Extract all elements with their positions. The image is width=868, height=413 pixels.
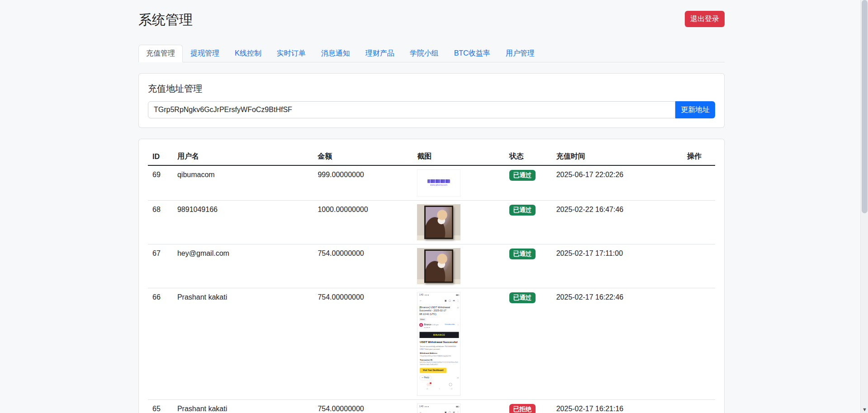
email-toolbar: ← ▣▢✉⋮	[417, 297, 460, 304]
cell-status: 已拒绝	[505, 400, 552, 413]
tab-recharge[interactable]: 充值管理	[138, 45, 183, 62]
binance-email-screenshot: 1:43 ← ▣▢✉⋮ [Binance] USDT Withdrawal Su…	[417, 292, 460, 396]
tab-wealth-products[interactable]: 理财产品	[358, 45, 402, 62]
logout-button[interactable]: 退出登录	[685, 11, 725, 27]
battery-icon	[456, 294, 459, 296]
column-header: 金额	[313, 148, 413, 165]
archive-icon: ▣	[445, 410, 447, 413]
cell-deposit-time: 2025-02-17 16:21:16	[552, 400, 683, 413]
cell-screenshot	[413, 201, 505, 244]
chat-tab-icon	[449, 383, 452, 386]
cell-id: 69	[148, 165, 173, 201]
more-icon: ⋮	[457, 323, 460, 326]
cell-amount: 754.00000000	[313, 288, 413, 400]
cell-id: 68	[148, 201, 173, 244]
binance-email-screenshot: 1:43 ← ▣▢✉⋮ [Binance] USDT Withdrawal Su…	[417, 404, 460, 413]
unsubscribe-link: Unsubscribe	[445, 323, 455, 326]
cell-id: 65	[148, 400, 173, 413]
tab-live-orders[interactable]: 实时订单	[269, 45, 313, 62]
screenshot-thumbnail-binance-email[interactable]: 1:43 ← ▣▢✉⋮ [Binance] USDT Withdrawal Su…	[417, 404, 460, 413]
phone-status-bar: 1:43	[417, 404, 460, 408]
more-icon: ⋮	[457, 299, 459, 302]
cell-status: 已通过	[505, 244, 552, 288]
scrollbar-thumb[interactable]	[862, 0, 868, 213]
tab-withdraw[interactable]: 提现管理	[183, 45, 227, 62]
status-badge: 已拒绝	[509, 404, 536, 413]
update-address-button[interactable]: 更新地址	[675, 101, 715, 118]
column-header: 用户名	[173, 148, 313, 165]
portrait-frame	[424, 249, 453, 283]
nav-recent-icon: □	[451, 387, 452, 390]
column-header: 状态	[505, 148, 552, 165]
gmail-bottom-bar	[417, 381, 460, 386]
cell-action	[683, 201, 715, 244]
tab-notifications[interactable]: 消息通知	[313, 45, 358, 62]
tab-academy-group[interactable]: 学院小组	[402, 45, 446, 62]
table-header-row: ID用户名金额截图状态充值时间操作	[148, 148, 715, 165]
archive-icon: ▣	[445, 299, 447, 302]
qibuma-url: www.qibuma.com	[430, 184, 447, 187]
cell-status: 已通过	[505, 201, 552, 244]
back-arrow-icon: ←	[419, 298, 422, 302]
cell-deposit-time: 2025-06-17 22:02:26	[552, 165, 683, 201]
tab-kline[interactable]: K线控制	[227, 45, 269, 62]
cell-username: Prashant kakati	[173, 400, 313, 413]
deposit-address-card: 充值地址管理 更新地址	[138, 73, 725, 128]
topbar: 系统管理 退出登录	[138, 0, 725, 29]
cell-deposit-time: 2025-02-17 17:11:00	[552, 244, 683, 288]
cell-action	[683, 288, 715, 400]
reply-bar: ↩ Reply ☺	[419, 375, 459, 380]
delete-icon: ▢	[449, 410, 451, 413]
tab-btc-yield[interactable]: BTC收益率	[446, 45, 498, 62]
scrollbar[interactable]: ▼	[860, 0, 868, 413]
nav-back-icon: ◁	[426, 387, 428, 390]
status-icons	[425, 406, 429, 407]
android-nav-bar: ◁○□	[417, 386, 460, 391]
cell-screenshot: 1:43 ← ▣▢✉⋮ [Binance] USDT Withdrawal Su…	[413, 288, 505, 400]
table-row: 66 Prashant kakati 754.00000000 1:43 ← ▣…	[148, 288, 715, 400]
delete-icon: ▢	[449, 299, 451, 302]
deposit-address-input-group: 更新地址	[148, 101, 715, 118]
screenshot-thumbnail-portrait[interactable]	[417, 248, 460, 284]
cell-screenshot	[413, 244, 505, 288]
deposits-table: ID用户名金额截图状态充值时间操作 69 qibumacom 999.00000…	[148, 148, 715, 413]
screenshot-thumbnail-qibuma[interactable]: www.qibuma.com	[417, 169, 460, 197]
email-sender-row: B Binance 1:43 pm to me ▾ Unsubscribe ⋮	[417, 322, 460, 331]
inbox-chip: Inbox	[419, 318, 426, 321]
deposit-address-heading: 充值地址管理	[148, 83, 715, 95]
back-arrow-icon: ←	[419, 410, 422, 413]
cell-amount: 999.00000000	[313, 165, 413, 201]
toolbar-icons: ▣▢✉⋮	[445, 410, 459, 413]
cell-id: 67	[148, 244, 173, 288]
status-badge: 已通过	[509, 205, 536, 216]
tab-users[interactable]: 用户管理	[498, 45, 542, 62]
email-subject-row: [Binance] USDT Withdrawal Successful - 2…	[417, 304, 460, 316]
more-icon: ⋮	[457, 410, 459, 413]
cell-action	[683, 165, 715, 201]
portrait-painting	[426, 207, 452, 238]
cell-amount: 1000.00000000	[313, 201, 413, 244]
cell-screenshot: 1:43 ← ▣▢✉⋮ [Binance] USDT Withdrawal Su…	[413, 400, 505, 413]
column-header: 截图	[413, 148, 505, 165]
cell-amount: 754.00000000	[313, 400, 413, 413]
column-header: 操作	[683, 148, 715, 165]
deposit-address-input[interactable]	[148, 101, 675, 118]
screenshot-thumbnail-portrait[interactable]	[417, 204, 460, 240]
table-row: 68 9891049166 1000.00000000 已通过 2025-02-…	[148, 201, 715, 244]
visit-dashboard-button: Visit Your Dashboard	[420, 368, 446, 373]
battery-icon	[456, 406, 459, 407]
scroll-down-arrow[interactable]: ▼	[861, 407, 868, 412]
binance-banner: BINANCE	[420, 332, 459, 338]
deposits-table-card: ID用户名金额截图状态充值时间操作 69 qibumacom 999.00000…	[138, 139, 725, 413]
mail-icon: ✉	[453, 299, 455, 302]
mail-icon: ✉	[453, 410, 455, 413]
screenshot-thumbnail-binance-email[interactable]: 1:43 ← ▣▢✉⋮ [Binance] USDT Withdrawal Su…	[417, 292, 460, 396]
cell-status: 已通过	[505, 288, 552, 400]
toolbar-icons: ▣▢✉⋮	[445, 299, 459, 302]
table-row: 69 qibumacom 999.00000000 www.qibuma.com…	[148, 165, 715, 201]
page-title: 系统管理	[138, 11, 193, 29]
cell-username: qibumacom	[173, 165, 313, 201]
cell-action	[683, 244, 715, 288]
main-container: 系统管理 退出登录 充值管理提现管理K线控制实时订单消息通知理财产品学院小组BT…	[138, 0, 725, 413]
mail-tab-icon	[427, 383, 431, 386]
